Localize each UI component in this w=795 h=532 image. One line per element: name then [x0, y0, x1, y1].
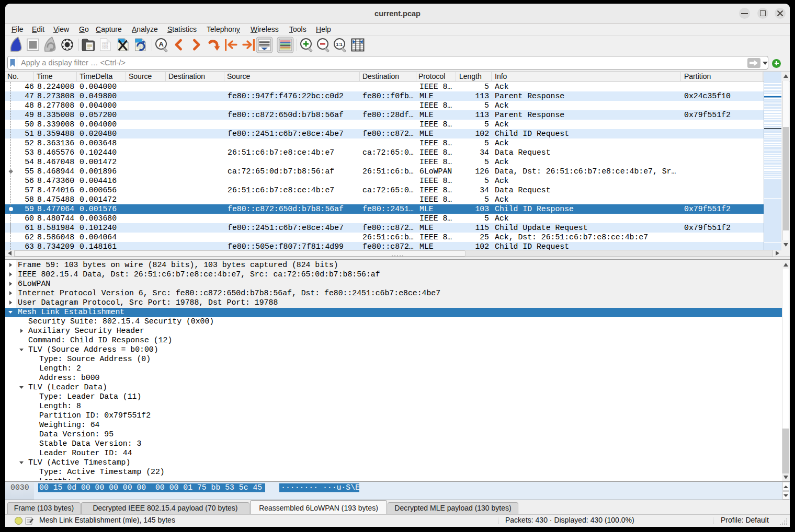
svg-text:1:1: 1:1: [336, 42, 343, 47]
svg-text:0101: 0101: [102, 47, 108, 50]
svg-text:A: A: [159, 40, 164, 48]
